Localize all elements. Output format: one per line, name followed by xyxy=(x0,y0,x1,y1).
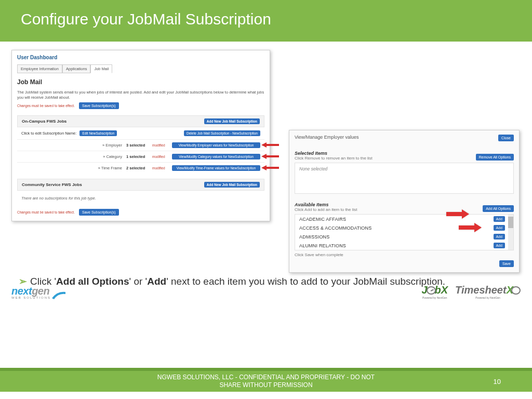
svg-marker-1 xyxy=(261,154,279,159)
attr-modified-employer: modified xyxy=(152,143,168,147)
section-oncampus: On-Campus FWS Jobs Add New Job Mail Subs… xyxy=(17,115,264,127)
section-community-title: Community Service FWS Jobs xyxy=(22,182,82,187)
content-area: User Dashboard Employee Information Appl… xyxy=(0,42,532,330)
changes-note: Changes must be saved to take effect. xyxy=(17,104,75,108)
arrow-icon xyxy=(261,154,279,159)
save-subscriptions-button-2[interactable]: Save Subscription(s) xyxy=(79,209,119,216)
add-new-subscription-button[interactable]: Add New Job Mail Subscription xyxy=(204,118,260,124)
page-number: 10 xyxy=(494,378,501,385)
available-items-title: Available Items xyxy=(295,202,357,207)
delete-subscription-button[interactable]: Delete Job Mail Subscription - NewSubscr… xyxy=(184,130,260,136)
no-subs-text: There are no subscriptions for this job … xyxy=(17,191,264,209)
attr-selected-timeframe: 2 selected xyxy=(126,166,148,170)
selected-items-list: None selected xyxy=(295,163,514,194)
edit-subscription-button[interactable]: Edit NewSubscription xyxy=(79,130,117,136)
arrow-icon xyxy=(446,209,469,219)
save-hint: Click Save when complete xyxy=(295,252,343,257)
jobx-logo: JJbXbX Powered by NextGen xyxy=(421,284,448,299)
logo-next: next xyxy=(11,285,32,297)
right-logos: JJbXbX Powered by NextGen TimesheetX Pow… xyxy=(421,284,521,299)
dashboard-title: User Dashboard xyxy=(17,55,264,60)
manage-title: View/Manage Employer values xyxy=(295,135,358,140)
item-label: ALUMNI RELATIONS xyxy=(299,243,346,248)
scrollbar-thumb[interactable] xyxy=(508,217,513,228)
item-label: ACCESS & ACCOMMODATIONS xyxy=(299,225,371,231)
tsx-a: Timesheet xyxy=(455,284,507,296)
left-screenshot: User Dashboard Employee Information Appl… xyxy=(11,50,270,221)
section-oncampus-title: On-Campus FWS Jobs xyxy=(22,119,66,124)
footer-text: NGWEB SOLUTIONS, LLC - CONFIDENTIAL AND … xyxy=(157,374,375,389)
view-timeframe-button[interactable]: View/Modify Time-Frame values for NewSub… xyxy=(172,165,260,171)
selected-items-title: Selected Items xyxy=(295,151,373,156)
view-category-button[interactable]: View/Modify Category values for NewSubsc… xyxy=(172,154,260,159)
footer-line2: SHARE WITHOUT PERMISSION xyxy=(219,381,312,389)
changes-note-2: Changes must be saved to take effect. xyxy=(17,210,75,214)
intro-text: The JobMail system sends email to you wh… xyxy=(17,90,264,100)
attr-row-category: » Category 1 selected modified View/Modi… xyxy=(17,151,264,162)
logo-gen: gen xyxy=(32,285,49,297)
add-all-options-button[interactable]: Add All Options xyxy=(483,205,514,212)
right-screenshot: View/Manage Employer values Close Select… xyxy=(289,130,520,273)
timesheetx-logo: TimesheetX Powered by NextGen xyxy=(455,284,521,299)
available-items-hint: Click Add to add an item to the list xyxy=(295,207,357,212)
arrow-icon xyxy=(459,223,482,232)
edit-label: Click to edit Subscription Name: xyxy=(21,131,76,136)
remove-all-button[interactable]: Remove All Options xyxy=(476,154,514,161)
close-button[interactable]: Close xyxy=(498,135,514,141)
attr-label-timeframe: » Time Frame xyxy=(91,166,122,170)
attr-row-timeframe: » Time Frame 2 selected modified View/Mo… xyxy=(17,162,264,174)
add-button[interactable]: Add xyxy=(494,234,505,240)
clock-icon xyxy=(427,286,436,295)
attr-selected-category: 1 selected xyxy=(126,154,148,159)
logo-sub: WEB SOLUTIONS xyxy=(11,296,51,299)
svg-marker-2 xyxy=(261,165,279,170)
tsx-sub: Powered by NextGen xyxy=(455,296,521,299)
section-community: Community Service FWS Jobs Add New Job M… xyxy=(17,179,264,191)
list-item: ACADEMIC AFFAIRS Add xyxy=(295,215,513,223)
arrow-icon xyxy=(261,165,279,170)
jobx-sub: Powered by NextGen xyxy=(421,296,448,299)
attr-modified-category: modified xyxy=(152,155,168,158)
attr-label-category: » Category xyxy=(91,154,122,159)
arrow-icon xyxy=(261,142,279,148)
attr-row-employer: » Employer 3 selected modified View/Modi… xyxy=(17,139,264,151)
edit-row: Click to edit Subscription Name: Edit Ne… xyxy=(17,127,264,139)
tab-applications[interactable]: Applications xyxy=(62,64,90,73)
add-button[interactable]: Add xyxy=(494,225,505,231)
swoosh-icon xyxy=(52,291,65,299)
add-button[interactable]: Add xyxy=(494,243,505,248)
list-item: ADMISSIONS Add xyxy=(295,232,513,241)
svg-marker-0 xyxy=(261,142,279,148)
svg-marker-4 xyxy=(459,223,482,232)
add-button[interactable]: Add xyxy=(494,216,505,222)
svg-marker-3 xyxy=(446,209,469,219)
add-new-subscription-button-2[interactable]: Add New Job Mail Subscription xyxy=(204,182,260,188)
footer-line1: NGWEB SOLUTIONS, LLC - CONFIDENTIAL AND … xyxy=(157,374,375,381)
footer-bar: NGWEB SOLUTIONS, LLC - CONFIDENTIAL AND … xyxy=(0,371,532,392)
selected-items-hint: Click Remove to remove an item to the li… xyxy=(295,156,373,161)
item-label: ACADEMIC AFFAIRS xyxy=(299,217,346,222)
tab-row: Employee Information Applications Job Ma… xyxy=(17,64,264,73)
nextgen-logo: nextgen WEB SOLUTIONS xyxy=(11,285,65,299)
clock-icon xyxy=(511,286,521,295)
item-label: ADMISSIONS xyxy=(299,234,330,240)
jobmail-heading: Job Mail xyxy=(17,78,264,86)
tab-employee-info[interactable]: Employee Information xyxy=(17,64,62,73)
slide-title: Configure your JobMail Subscription xyxy=(0,0,532,42)
tab-job-mail[interactable]: Job Mail xyxy=(90,64,112,73)
logos-row: nextgen WEB SOLUTIONS JJbXbX Powered by … xyxy=(0,272,532,299)
attr-selected-employer: 3 selected xyxy=(126,143,148,148)
save-subscriptions-button[interactable]: Save Subscription(s) xyxy=(79,102,119,109)
list-item: ALUMNI RELATIONS Add xyxy=(295,241,513,250)
attr-modified-timeframe: modified xyxy=(152,166,168,170)
view-employer-button[interactable]: View/Modify Employer values for NewSubsc… xyxy=(172,142,260,148)
save-button[interactable]: Save xyxy=(499,260,514,267)
attr-label-employer: » Employer xyxy=(91,143,122,148)
